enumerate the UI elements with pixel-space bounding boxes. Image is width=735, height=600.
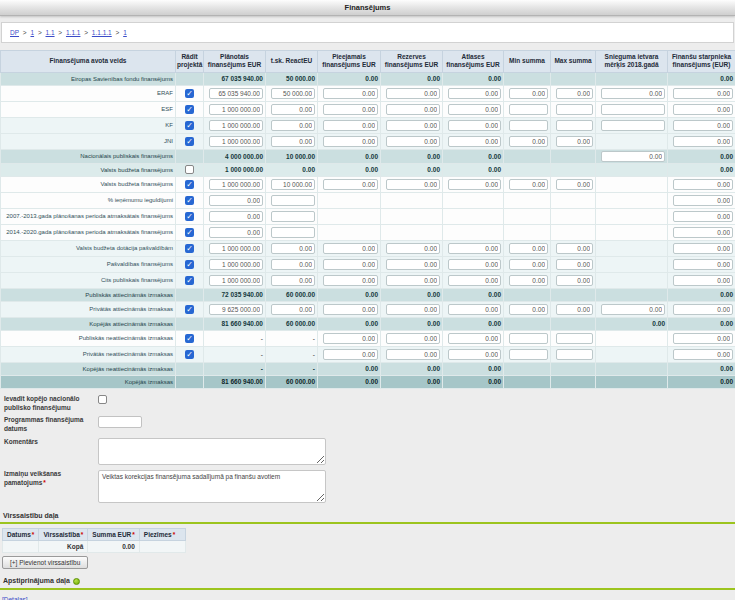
input-atlases[interactable]: [448, 304, 501, 315]
show-in-project-checkbox[interactable]: [185, 165, 194, 174]
input-finansu_starpnieka[interactable]: [673, 304, 733, 315]
input-pieejamais[interactable]: [323, 179, 378, 190]
input-atlases[interactable]: [448, 104, 501, 115]
change-reason-textarea[interactable]: Veiktas korekcijas finansējuma sadalījum…: [98, 470, 326, 503]
national-funding-checkbox[interactable]: [98, 395, 107, 404]
input-min_summa[interactable]: [509, 304, 548, 315]
input-tsk_reacteu[interactable]: [271, 259, 315, 270]
input-planotais[interactable]: [209, 120, 263, 131]
show-in-project-checkbox[interactable]: ✓: [185, 244, 194, 253]
input-finansu_starpnieka[interactable]: [673, 179, 733, 190]
input-min_summa[interactable]: [509, 275, 548, 286]
breadcrumb-link[interactable]: 1: [123, 29, 127, 36]
input-max_summa[interactable]: [556, 179, 593, 190]
input-min_summa[interactable]: [509, 136, 548, 147]
input-max_summa[interactable]: [556, 104, 593, 115]
input-planotais[interactable]: [209, 304, 263, 315]
show-in-project-checkbox[interactable]: ✓: [185, 305, 194, 314]
show-in-project-checkbox[interactable]: ✓: [185, 121, 194, 130]
breadcrumb-link[interactable]: 1.1.1.1: [92, 29, 112, 36]
input-min_summa[interactable]: [509, 88, 548, 99]
details-link[interactable]: [Detaļas]: [2, 596, 28, 600]
input-atlases[interactable]: [448, 275, 501, 286]
input-rezerves[interactable]: [386, 88, 440, 99]
input-rezerves[interactable]: [386, 136, 440, 147]
breadcrumb-link[interactable]: 1.1.1: [66, 29, 80, 36]
input-tsk_reacteu[interactable]: [271, 88, 315, 99]
input-atlases[interactable]: [448, 259, 501, 270]
input-tsk_reacteu[interactable]: [271, 104, 315, 115]
input-pieejamais[interactable]: [323, 104, 378, 115]
input-tsk_reacteu[interactable]: [271, 179, 315, 190]
input-tsk_reacteu[interactable]: [271, 120, 315, 131]
show-in-project-checkbox[interactable]: ✓: [185, 212, 194, 221]
input-max_summa[interactable]: [556, 333, 593, 344]
input-pieejamais[interactable]: [323, 259, 378, 270]
input-atlases[interactable]: [448, 349, 501, 360]
input-pieejamais[interactable]: [323, 136, 378, 147]
input-finansu_starpnieka[interactable]: [673, 120, 733, 131]
input-tsk_reacteu[interactable]: [271, 275, 315, 286]
input-rezerves[interactable]: [386, 179, 440, 190]
input-rezerves[interactable]: [386, 120, 440, 131]
input-rezerves[interactable]: [386, 333, 440, 344]
input-snieguma[interactable]: [601, 120, 665, 131]
input-pieejamais[interactable]: [323, 349, 378, 360]
input-pieejamais[interactable]: [323, 243, 378, 254]
show-in-project-checkbox[interactable]: ✓: [185, 334, 194, 343]
input-planotais[interactable]: [209, 104, 263, 115]
show-in-project-checkbox[interactable]: ✓: [185, 276, 194, 285]
input-finansu_starpnieka[interactable]: [673, 88, 733, 99]
input-snieguma[interactable]: [601, 88, 665, 99]
input-max_summa[interactable]: [556, 259, 593, 270]
input-max_summa[interactable]: [556, 275, 593, 286]
input-tsk_reacteu[interactable]: [271, 195, 315, 206]
input-tsk_reacteu[interactable]: [271, 243, 315, 254]
input-snieguma[interactable]: [601, 304, 665, 315]
show-in-project-checkbox[interactable]: ✓: [185, 196, 194, 205]
show-in-project-checkbox[interactable]: ✓: [185, 105, 194, 114]
input-finansu_starpnieka[interactable]: [673, 259, 733, 270]
input-finansu_starpnieka[interactable]: [673, 227, 733, 238]
input-finansu_starpnieka[interactable]: [673, 195, 733, 206]
input-rezerves[interactable]: [386, 275, 440, 286]
breadcrumb-link[interactable]: DP: [10, 29, 19, 36]
show-in-project-checkbox[interactable]: ✓: [185, 260, 194, 269]
input-finansu_starpnieka[interactable]: [673, 275, 733, 286]
show-in-project-checkbox[interactable]: ✓: [185, 228, 194, 237]
breadcrumb-link[interactable]: 1.1: [46, 29, 55, 36]
input-planotais[interactable]: [209, 195, 263, 206]
input-planotais[interactable]: [209, 275, 263, 286]
breadcrumb-link[interactable]: 1: [30, 29, 34, 36]
input-planotais[interactable]: [209, 227, 263, 238]
input-tsk_reacteu[interactable]: [271, 227, 315, 238]
input-tsk_reacteu[interactable]: [271, 136, 315, 147]
input-min_summa[interactable]: [509, 349, 548, 360]
input-tsk_reacteu[interactable]: [271, 304, 315, 315]
input-atlases[interactable]: [448, 179, 501, 190]
input-max_summa[interactable]: [556, 349, 593, 360]
input-pieejamais[interactable]: [323, 120, 378, 131]
program-date-input[interactable]: [98, 416, 142, 428]
input-atlases[interactable]: [448, 88, 501, 99]
input-planotais[interactable]: [209, 136, 263, 147]
input-atlases[interactable]: [448, 243, 501, 254]
input-rezerves[interactable]: [386, 259, 440, 270]
input-rezerves[interactable]: [386, 349, 440, 360]
show-in-project-checkbox[interactable]: ✓: [185, 89, 194, 98]
input-rezerves[interactable]: [386, 304, 440, 315]
input-planotais[interactable]: [209, 179, 263, 190]
input-min_summa[interactable]: [509, 333, 548, 344]
input-min_summa[interactable]: [509, 259, 548, 270]
input-atlases[interactable]: [448, 136, 501, 147]
input-max_summa[interactable]: [556, 243, 593, 254]
input-finansu_starpnieka[interactable]: [673, 349, 733, 360]
input-pieejamais[interactable]: [323, 275, 378, 286]
input-rezerves[interactable]: [386, 243, 440, 254]
input-tsk_reacteu[interactable]: [271, 211, 315, 222]
input-planotais[interactable]: [209, 88, 263, 99]
input-max_summa[interactable]: [556, 136, 593, 147]
input-min_summa[interactable]: [509, 243, 548, 254]
input-planotais[interactable]: [209, 243, 263, 254]
input-finansu_starpnieka[interactable]: [673, 136, 733, 147]
